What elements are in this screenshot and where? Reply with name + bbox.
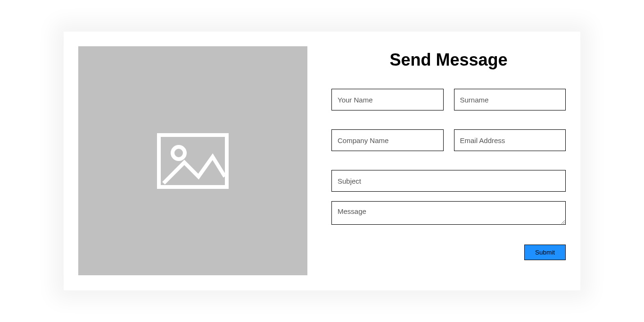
surname-input[interactable] <box>454 89 566 110</box>
image-placeholder <box>78 46 307 275</box>
form-row-message <box>331 201 566 225</box>
form-column: Send Message Submit <box>322 32 580 290</box>
image-column <box>64 32 322 290</box>
form-row-name <box>331 89 566 110</box>
subject-input[interactable] <box>331 170 566 192</box>
form-title: Send Message <box>331 50 566 70</box>
email-input[interactable] <box>454 129 566 151</box>
contact-card: Send Message Submit <box>64 32 580 290</box>
submit-button[interactable]: Submit <box>524 245 566 260</box>
message-textarea[interactable] <box>331 201 566 225</box>
name-input[interactable] <box>331 89 444 110</box>
button-row: Submit <box>331 245 566 260</box>
form-row-company <box>331 129 566 151</box>
svg-point-1 <box>173 147 185 159</box>
form-row-subject <box>331 170 566 192</box>
company-input[interactable] <box>331 129 444 151</box>
image-icon <box>157 133 229 189</box>
